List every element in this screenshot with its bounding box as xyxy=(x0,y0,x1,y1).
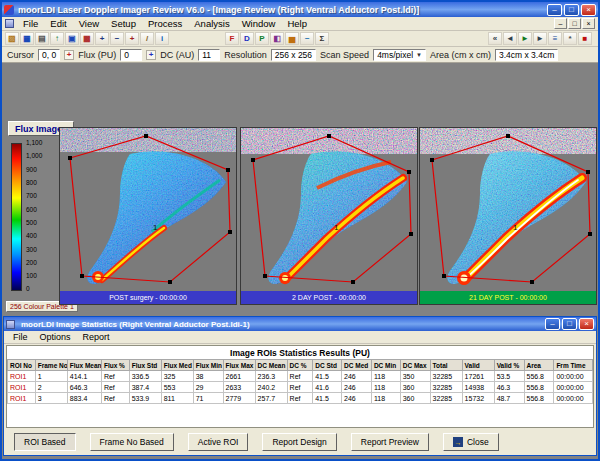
image-caption-1[interactable]: POST surgery - 00:00:00 xyxy=(60,291,236,304)
stats-cell: 29 xyxy=(193,382,223,393)
stats-column-header[interactable]: Valid % xyxy=(494,360,524,371)
prev-frame-icon[interactable]: ◄ xyxy=(503,32,517,45)
stats-column-header[interactable]: DC Max xyxy=(400,360,430,371)
stats-cell: ROI1 xyxy=(8,371,36,382)
image-caption-3[interactable]: 21 DAY POST - 00:00:00 xyxy=(420,291,596,304)
histogram-icon[interactable]: ▅ xyxy=(285,32,299,45)
flux-image-post-surgery[interactable]: 1 xyxy=(60,128,236,291)
close-stats-button[interactable]: → Close xyxy=(443,433,499,451)
active-roi-button[interactable]: Active ROI xyxy=(188,433,249,451)
stats-menu-file[interactable]: File xyxy=(7,332,34,342)
stats-column-header[interactable]: Valid xyxy=(462,360,494,371)
stats-column-header[interactable]: Flux Mean xyxy=(67,360,101,371)
save-icon[interactable]: ▦ xyxy=(20,32,34,45)
image-caption-2[interactable]: 2 DAY POST - 00:00:00 xyxy=(241,291,417,304)
stats-column-header[interactable]: Total xyxy=(430,360,462,371)
stats-cell: 533.9 xyxy=(129,393,161,404)
stats-cell: Ref xyxy=(287,393,313,404)
palette-scale-label: 600 xyxy=(26,207,42,214)
export-icon[interactable]: ↑ xyxy=(50,32,64,45)
menu-edit[interactable]: Edit xyxy=(44,18,72,29)
menu-file[interactable]: File xyxy=(17,18,44,29)
exit-icon[interactable]: ■ xyxy=(578,32,592,45)
zoom-in-icon[interactable]: + xyxy=(95,32,109,45)
scan-speed-value: 4ms/pixel xyxy=(377,50,413,60)
stats-column-header[interactable]: Flux % xyxy=(101,360,129,371)
area-value: 3.4cm x 3.4cm xyxy=(495,49,558,61)
report-design-button[interactable]: Report Design xyxy=(262,433,336,451)
roi-number-label: 1 xyxy=(513,223,518,232)
minimize-button[interactable]: – xyxy=(547,4,562,16)
stats-column-header[interactable]: Frame No xyxy=(35,360,67,371)
stats-column-header[interactable]: DC Mean xyxy=(255,360,287,371)
profile-icon[interactable]: ~ xyxy=(300,32,314,45)
first-frame-icon[interactable]: « xyxy=(488,32,502,45)
stats-column-header[interactable]: DC Med xyxy=(342,360,372,371)
stats-close-button[interactable]: × xyxy=(579,318,594,330)
open-icon[interactable]: ▨ xyxy=(5,32,19,45)
menu-process[interactable]: Process xyxy=(142,18,188,29)
report-icon[interactable]: ≡ xyxy=(548,32,562,45)
stats-column-header[interactable]: Flux Max xyxy=(223,360,255,371)
stats-column-header[interactable]: DC Min xyxy=(371,360,400,371)
photo-view-icon[interactable]: P xyxy=(255,32,269,45)
setup-icon[interactable]: * xyxy=(563,32,577,45)
play-icon[interactable]: ► xyxy=(518,32,532,45)
child-close-button[interactable]: × xyxy=(582,18,595,29)
stats-icon[interactable]: Σ xyxy=(315,32,329,45)
stats-column-header[interactable]: Flux Med xyxy=(161,360,193,371)
crosshair-icon[interactable]: + xyxy=(125,32,139,45)
stats-cell: 553 xyxy=(161,382,193,393)
zoom-out-icon[interactable]: − xyxy=(110,32,124,45)
stats-cell: 556.8 xyxy=(524,393,554,404)
stats-menu-report[interactable]: Report xyxy=(77,332,116,342)
noise-band xyxy=(241,128,417,154)
stats-cell: 246 xyxy=(342,371,372,382)
copy-icon[interactable]: ▣ xyxy=(65,32,79,45)
menu-setup[interactable]: Setup xyxy=(105,18,142,29)
roi-based-button[interactable]: ROI Based xyxy=(14,433,76,451)
menu-analysis[interactable]: Analysis xyxy=(188,18,235,29)
menu-window[interactable]: Window xyxy=(236,18,282,29)
info-icon[interactable]: i xyxy=(155,32,169,45)
child-minimize-button[interactable]: – xyxy=(554,18,567,29)
measure-icon[interactable]: / xyxy=(140,32,154,45)
flux-image-2-day-post[interactable]: 1 xyxy=(241,128,417,291)
menu-help[interactable]: Help xyxy=(281,18,313,29)
flux-view-icon[interactable]: F xyxy=(225,32,239,45)
stats-table-row[interactable]: ROI13883.4Ref533.9811712779257.7Ref41.52… xyxy=(8,393,593,404)
flux-image-21-day-post[interactable]: 1 xyxy=(420,128,596,291)
menu-view[interactable]: View xyxy=(73,18,105,29)
palette-icon[interactable]: ▩ xyxy=(80,32,94,45)
close-button[interactable]: × xyxy=(581,4,596,16)
frame-no-based-button[interactable]: Frame No Based xyxy=(90,433,174,451)
stats-column-header[interactable]: Area xyxy=(524,360,554,371)
stats-cell: Ref xyxy=(287,382,313,393)
stats-cell: ROI1 xyxy=(8,393,36,404)
stats-column-header[interactable]: DC Std xyxy=(313,360,342,371)
stats-table-row[interactable]: ROI11414.1Ref336.5325382661236.3Ref41.52… xyxy=(8,371,593,382)
toolbar-group-1: ▨▦▤↑▣▩+−+/i xyxy=(5,32,169,45)
overlay-icon[interactable]: ◧ xyxy=(270,32,284,45)
flux-marker-icon: + xyxy=(64,50,74,60)
report-preview-button[interactable]: Report Preview xyxy=(351,433,429,451)
stats-column-header[interactable]: Flux Std xyxy=(129,360,161,371)
stats-maximize-button[interactable]: □ xyxy=(562,318,577,330)
dc-view-icon[interactable]: D xyxy=(240,32,254,45)
stats-column-header[interactable]: Flux Min xyxy=(193,360,223,371)
colour-palette-bar[interactable] xyxy=(11,143,22,291)
palette-scale-label: 200 xyxy=(26,260,42,267)
stats-table-row[interactable]: ROI12646.3Ref387.4553292633240.2Ref41.62… xyxy=(8,382,593,393)
stats-column-header[interactable]: DC % xyxy=(287,360,313,371)
stats-menu-options[interactable]: Options xyxy=(34,332,77,342)
stats-column-header[interactable]: ROI No xyxy=(8,360,36,371)
child-restore-button[interactable]: □ xyxy=(568,18,581,29)
scan-speed-select[interactable]: 4ms/pixel▼ xyxy=(373,49,426,61)
roi-number-label: 1 xyxy=(334,223,339,232)
stats-cell: 32285 xyxy=(430,393,462,404)
maximize-button[interactable]: □ xyxy=(564,4,579,16)
stats-minimize-button[interactable]: – xyxy=(545,318,560,330)
print-icon[interactable]: ▤ xyxy=(35,32,49,45)
stats-column-header[interactable]: Frm Time xyxy=(554,360,593,371)
next-frame-icon[interactable]: ► xyxy=(533,32,547,45)
